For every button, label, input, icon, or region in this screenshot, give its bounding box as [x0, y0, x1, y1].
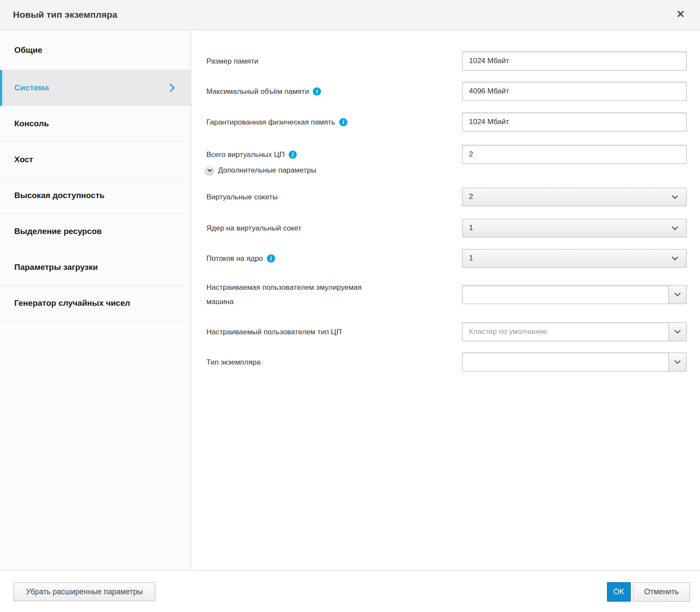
- sidebar-item-random-generator[interactable]: Генератор случайных чисел: [0, 285, 191, 321]
- sidebar-item-label: Выделение ресурсов: [14, 227, 102, 236]
- close-icon[interactable]: ✕: [674, 7, 687, 22]
- info-icon[interactable]: i: [267, 254, 275, 263]
- new-instance-type-dialog: Новый тип экземпляра ✕ Общие Система Кон…: [0, 0, 700, 612]
- custom-cpu-type-row: Настраиваемый пользователем тип ЦП: [206, 322, 687, 341]
- total-virtual-cpus-label: Всего виртуальных ЦП i: [206, 147, 462, 162]
- advanced-parameters-label: Дополнительные параметры: [218, 166, 316, 175]
- sidebar-item-label: Система: [14, 83, 49, 93]
- max-memory-row: Максимальный объём памяти i: [206, 82, 687, 101]
- chevron-right-icon: [169, 83, 175, 93]
- dialog-sidebar: Общие Система Консоль Хост Высокая досту…: [0, 30, 191, 570]
- advanced-parameters-toggle[interactable]: Дополнительные параметры: [205, 164, 685, 177]
- guaranteed-memory-row: Гарантированная физическая память i: [206, 112, 687, 131]
- info-icon[interactable]: i: [313, 87, 321, 96]
- instance-type-combobox: [462, 352, 687, 372]
- info-icon[interactable]: i: [339, 118, 347, 126]
- cores-per-socket-select[interactable]: 1: [462, 219, 687, 237]
- virtual-sockets-label: Виртуальные сокеты: [206, 190, 462, 204]
- combobox-dropdown-button[interactable]: [668, 285, 687, 304]
- threads-per-core-row: Потоков на ядро i 1: [206, 249, 687, 268]
- custom-cpu-type-combobox: [462, 322, 687, 341]
- collapse-chevron-icon[interactable]: [205, 166, 215, 176]
- guaranteed-memory-input[interactable]: [462, 112, 687, 131]
- sidebar-item-label: Высокая доступность: [14, 191, 105, 200]
- custom-emulated-machine-row: Настраиваемая пользователем эмулируемая …: [206, 280, 687, 309]
- combobox-dropdown-button[interactable]: [668, 322, 687, 341]
- total-virtual-cpus-input[interactable]: [462, 145, 687, 164]
- sidebar-item-label: Консоль: [14, 119, 49, 128]
- ok-button[interactable]: OK: [607, 582, 631, 602]
- custom-cpu-type-input[interactable]: [462, 322, 668, 341]
- instance-type-input[interactable]: [462, 352, 668, 372]
- cores-per-socket-row: Ядер на виртуальный сокет 1: [206, 218, 687, 237]
- dialog-title: Новый тип экземпляра: [13, 10, 117, 20]
- custom-emulated-machine-combobox: [462, 285, 687, 304]
- info-icon[interactable]: i: [289, 151, 297, 159]
- combobox-dropdown-button[interactable]: [668, 352, 687, 372]
- dialog-header: Новый тип экземпляра ✕: [0, 0, 700, 30]
- sidebar-item-label: Хост: [14, 155, 33, 164]
- system-tab-form: Размер памяти Максимальный объём памяти …: [192, 30, 700, 570]
- chevron-down-icon: [671, 195, 678, 199]
- memory-size-input[interactable]: [462, 51, 687, 70]
- virtual-sockets-row: Виртуальные сокеты 2: [206, 187, 687, 206]
- virtual-sockets-select[interactable]: 2: [462, 188, 687, 206]
- sidebar-item-boot-options[interactable]: Параметры загрузки: [0, 250, 191, 285]
- instance-type-row: Тип экземпляра: [206, 352, 687, 372]
- max-memory-input[interactable]: [462, 82, 687, 101]
- cores-per-socket-label: Ядер на виртуальный сокет: [206, 221, 462, 235]
- sidebar-item-resource-allocation[interactable]: Выделение ресурсов: [0, 214, 191, 250]
- memory-size-label: Размер памяти: [206, 54, 462, 68]
- sidebar-item-system[interactable]: Система: [0, 70, 191, 106]
- custom-emulated-machine-label: Настраиваемая пользователем эмулируемая …: [206, 280, 462, 309]
- chevron-down-icon: [671, 256, 678, 261]
- threads-per-core-select[interactable]: 1: [462, 249, 687, 268]
- sidebar-item-host[interactable]: Хост: [0, 142, 191, 178]
- sidebar-item-label: Генератор случайных чисел: [14, 298, 130, 308]
- dialog-footer: Убрать расширенные параметры OK Отменить: [0, 570, 700, 612]
- sidebar-item-label: Параметры загрузки: [14, 263, 98, 272]
- chevron-down-icon: [671, 226, 678, 231]
- max-memory-label: Максимальный объём памяти i: [206, 84, 462, 99]
- cancel-button[interactable]: Отменить: [633, 582, 690, 602]
- memory-size-row: Размер памяти: [206, 51, 687, 70]
- sidebar-item-label: Общие: [14, 45, 42, 55]
- sidebar-item-console[interactable]: Консоль: [0, 106, 191, 142]
- total-virtual-cpus-row: Всего виртуальных ЦП i: [206, 145, 687, 164]
- hide-advanced-parameters-button[interactable]: Убрать расширенные параметры: [13, 582, 155, 601]
- custom-emulated-machine-input[interactable]: [462, 285, 668, 304]
- instance-type-label: Тип экземпляра: [206, 355, 462, 369]
- sidebar-item-high-availability[interactable]: Высокая доступность: [0, 178, 191, 214]
- guaranteed-memory-label: Гарантированная физическая память i: [206, 115, 462, 129]
- custom-cpu-type-label: Настраиваемый пользователем тип ЦП: [206, 325, 462, 339]
- sidebar-item-general[interactable]: Общие: [0, 30, 191, 70]
- threads-per-core-label: Потоков на ядро i: [206, 251, 462, 266]
